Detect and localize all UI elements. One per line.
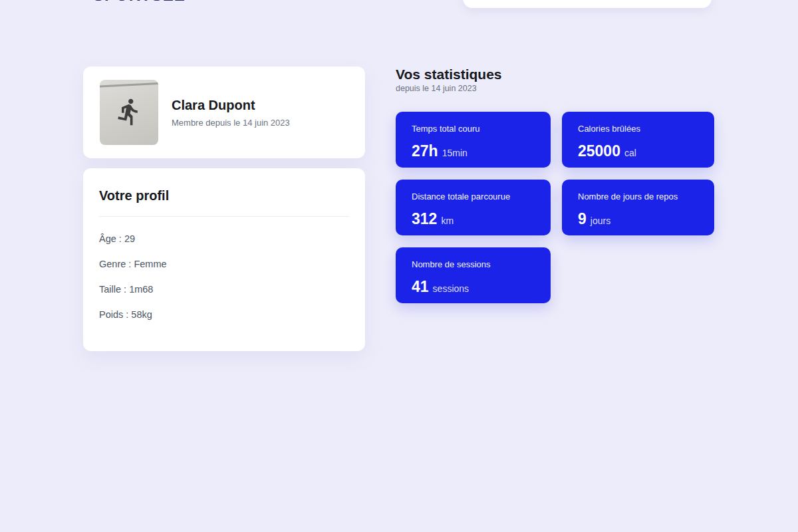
stat-label: Calories brûlées [578,124,706,134]
stat-value-line: 27h 15min [412,142,543,160]
profile-card-title: Votre profil [83,168,365,203]
stat-label: Temps total couru [412,124,543,134]
stat-unit: 15min [442,148,467,158]
profile-row: Taille : 1m68 [99,277,349,302]
profile-row: Poids : 58kg [99,302,349,327]
runner-icon [114,97,144,126]
stat-value: 27h [412,142,438,160]
stat-value: 41 [412,278,429,296]
stat-value-line: 41 sessions [412,278,543,296]
stat-unit: cal [624,148,636,158]
stat-label: Nombre de jours de repos [578,192,706,201]
stats-grid: Temps total couru 27h 15min Calories brû… [396,112,714,303]
stat-card: Temps total couru 27h 15min [396,112,551,168]
user-name: Clara Dupont [172,98,290,113]
stats-subtitle: depuis le 14 juin 2023 [396,84,477,93]
profile-details-card: Votre profil Âge : 29 Genre : Femme Tail… [83,168,365,351]
stat-card: Distance totale parcourue 312 km [396,180,551,235]
stat-unit: km [441,215,454,226]
stat-value: 25000 [578,142,620,160]
app-logo[interactable]: SPORTSEE [93,0,186,3]
stat-card: Nombre de sessions 41 sessions [396,247,551,303]
stat-value-line: 312 km [412,210,543,228]
stats-title: Vos statistiques [396,66,502,82]
profile-row: Âge : 29 [99,226,349,251]
profile-rows: Âge : 29 Genre : Femme Taille : 1m68 Poi… [83,217,365,327]
user-meta: Clara Dupont Membre depuis le 14 juin 20… [172,98,290,128]
stat-label: Distance totale parcourue [412,192,543,201]
stat-value-line: 25000 cal [578,142,706,160]
user-card: Clara Dupont Membre depuis le 14 juin 20… [83,66,365,158]
stat-value: 9 [578,210,587,228]
stat-label: Nombre de sessions [412,259,543,269]
topbar-search-pill[interactable] [463,0,712,8]
stat-value-line: 9 jours [578,210,706,228]
member-since-text: Membre depuis le 14 juin 2023 [172,118,290,128]
runner-photo [100,80,158,145]
profile-row: Genre : Femme [99,251,349,277]
stat-card: Nombre de jours de repos 9 jours [562,180,714,235]
stat-unit: jours [591,215,610,226]
stat-card: Calories brûlées 25000 cal [562,112,714,168]
stat-value: 312 [412,210,437,228]
stat-unit: sessions [433,283,469,294]
